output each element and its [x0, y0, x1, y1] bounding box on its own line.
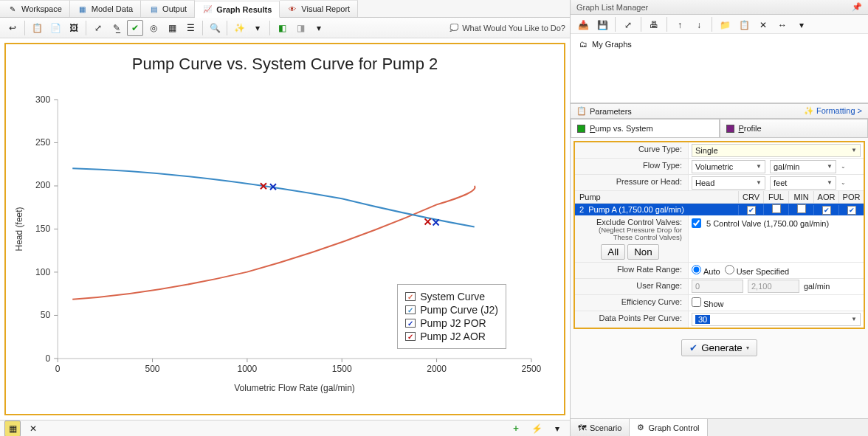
- range-hi-input[interactable]: [748, 280, 799, 293]
- legend-item: Pump J2 AOR: [420, 331, 486, 342]
- pin-icon[interactable]: 📌: [852, 2, 862, 12]
- dropdown-icon[interactable]: ▾: [549, 421, 565, 437]
- zoom-icon[interactable]: 🔍: [207, 20, 223, 36]
- gear-icon: ⚙: [637, 423, 644, 432]
- copy-icon[interactable]: 📋: [736, 17, 752, 33]
- green-square-icon: [577, 125, 585, 133]
- chart-title: Pump Curve vs. System Curve for Pump 2: [6, 55, 564, 74]
- glm-root-item[interactable]: 🗂 My Graphs: [579, 40, 859, 49]
- tab-graph-results[interactable]: 📈 Graph Results: [195, 1, 280, 18]
- all-button[interactable]: All: [601, 244, 625, 260]
- tab-label: Model Data: [92, 4, 133, 13]
- glm-tree[interactable]: 🗂 My Graphs: [571, 34, 868, 103]
- btab-graph-control[interactable]: ⚙ Graph Control: [630, 419, 707, 436]
- glm-title: Graph List Manager: [576, 3, 648, 12]
- tab-model-data[interactable]: ▦ Model Data: [70, 0, 141, 17]
- dppc-label: Data Points Per Curve:: [575, 311, 689, 328]
- close-tab-icon[interactable]: ✕: [25, 421, 41, 437]
- chk-por[interactable]: [847, 206, 856, 215]
- chevron-down-icon[interactable]: ⌄: [841, 179, 846, 186]
- chart-panel[interactable]: Pump Curve vs. System Curve for Pump 2 0…: [4, 43, 565, 415]
- add-series-icon[interactable]: ◧: [274, 20, 290, 36]
- up-icon[interactable]: ↑: [672, 17, 688, 33]
- tab-visual-report[interactable]: 👁 Visual Report: [280, 0, 358, 17]
- dppc-combo[interactable]: 30▼: [692, 313, 861, 326]
- edit-series-icon[interactable]: ◨: [292, 20, 309, 36]
- chk-ful[interactable]: [772, 204, 781, 213]
- chk-aor[interactable]: [822, 206, 831, 215]
- legend-icon[interactable]: ☰: [182, 20, 199, 36]
- legend-item: Pump J2 POR: [420, 317, 486, 329]
- press-combo[interactable]: Head▼: [692, 176, 765, 190]
- save-icon[interactable]: 💾: [594, 17, 610, 33]
- chevron-down-icon[interactable]: ⌄: [841, 163, 846, 170]
- delete-icon[interactable]: ✕: [755, 17, 771, 33]
- pump-grid-header: Pump CRV FUL MIN AOR POR: [575, 191, 864, 204]
- exclude-item-check[interactable]: [692, 218, 701, 228]
- formatting-link[interactable]: ✨ Formatting >: [804, 106, 862, 116]
- check-icon: ✔: [689, 342, 698, 353]
- chk-crv[interactable]: [747, 206, 756, 215]
- copy-icon[interactable]: 📋: [29, 20, 45, 36]
- flow-type-label: Flow Type:: [575, 159, 689, 174]
- legend-item: Pump Curve (J2): [420, 304, 498, 316]
- curve-type-combo[interactable]: Single▼: [692, 144, 861, 157]
- wand-icon[interactable]: ✨: [231, 20, 247, 36]
- dropdown-icon[interactable]: ▾: [249, 20, 266, 36]
- tab-profile[interactable]: Profile: [720, 119, 869, 137]
- legend-item: System Curve: [420, 291, 485, 302]
- chart-icon: 📈: [202, 4, 213, 15]
- down-icon[interactable]: ↓: [691, 17, 707, 33]
- add-icon[interactable]: ＋: [508, 421, 524, 437]
- flow-unit-combo[interactable]: gal/min▼: [770, 160, 836, 173]
- lightning-icon[interactable]: ⚡: [528, 421, 545, 437]
- dropdown2-icon[interactable]: ▾: [311, 20, 327, 36]
- paste-icon[interactable]: 📄: [47, 20, 63, 36]
- back-icon[interactable]: ↩: [4, 20, 21, 36]
- folder-icon[interactable]: 📁: [717, 17, 733, 33]
- annotate-icon[interactable]: ✎̲: [108, 20, 125, 36]
- press-label: Pressure or Head:: [575, 175, 689, 190]
- chk-min[interactable]: [797, 204, 806, 213]
- range-lo-input[interactable]: [692, 280, 743, 293]
- tab-pump-vs-system[interactable]: Pump vs. System: [571, 119, 720, 137]
- svg-text:1000: 1000: [238, 364, 258, 374]
- range-auto[interactable]: Auto: [692, 265, 720, 276]
- svg-text:300: 300: [35, 94, 50, 105]
- wand-icon: ✨: [804, 106, 814, 116]
- help-link[interactable]: 💭 What Would You Like to Do?: [449, 23, 565, 33]
- load-icon[interactable]: 📥: [575, 17, 591, 33]
- tree-label: My Graphs: [592, 40, 632, 49]
- tab-output[interactable]: ▤ Output: [141, 0, 195, 17]
- print-icon[interactable]: 🖶: [646, 17, 662, 33]
- output-icon: ▤: [148, 4, 159, 14]
- cursor-icon[interactable]: ⤢: [90, 20, 106, 36]
- glm-header: Graph List Manager 📌: [571, 0, 868, 15]
- curve-type-label: Curve Type:: [575, 142, 689, 158]
- params-body: Curve Type: Single▼ Flow Type: Volumetri…: [574, 141, 865, 329]
- eff-show[interactable]: Show: [692, 297, 724, 308]
- grid-icon[interactable]: ▦: [164, 20, 180, 36]
- svg-text:1500: 1500: [332, 364, 352, 374]
- svg-text:50: 50: [41, 310, 51, 320]
- eye-icon: 👁: [287, 4, 297, 14]
- legend[interactable]: ✓System Curve ✓Pump Curve (J2) ✓Pump J2 …: [397, 284, 506, 349]
- check-icon[interactable]: ✔: [127, 20, 143, 36]
- save-image-icon[interactable]: 🖾: [66, 20, 82, 36]
- dropdown-icon[interactable]: ▾: [793, 17, 810, 33]
- exclude-item[interactable]: 5 Control Valve (1,750.00 gal/min): [692, 218, 829, 228]
- press-unit-combo[interactable]: feet▼: [770, 176, 836, 190]
- chart-svg[interactable]: 0 50 100 150 200 250 300 0: [6, 77, 554, 411]
- move-icon[interactable]: ↔: [774, 17, 790, 33]
- non-button[interactable]: Non: [627, 244, 658, 260]
- target-icon[interactable]: ◎: [145, 20, 162, 36]
- tab-label: Graph Results: [216, 5, 272, 14]
- chart-tab-icon[interactable]: ▦: [4, 421, 21, 437]
- expand-icon[interactable]: ⤢: [620, 17, 636, 33]
- generate-button[interactable]: ✔ Generate ▾: [681, 339, 757, 356]
- flow-type-combo[interactable]: Volumetric▼: [692, 160, 765, 173]
- btab-scenario[interactable]: 🗺 Scenario: [571, 419, 630, 436]
- range-user[interactable]: User Specified: [725, 265, 790, 276]
- tab-workspace[interactable]: ✎ Workspace: [0, 0, 70, 17]
- pump-row[interactable]: 2 Pump A (1,750.00 gal/min): [575, 204, 864, 215]
